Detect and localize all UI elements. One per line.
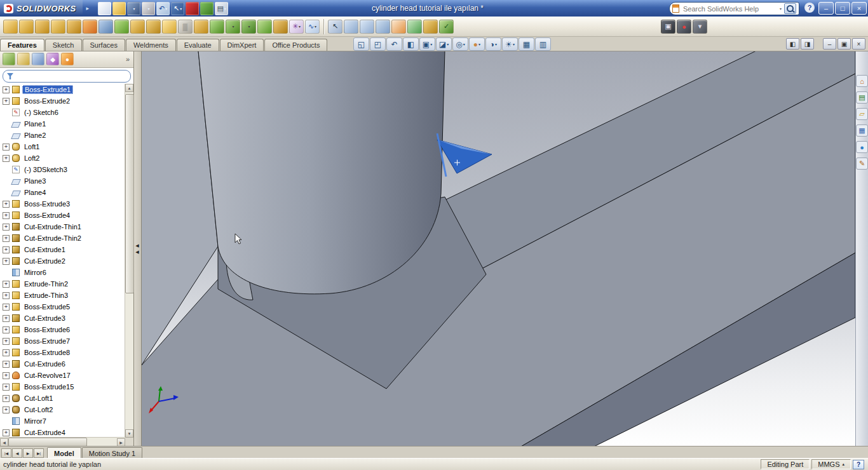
expand-toggle[interactable]: + bbox=[3, 338, 10, 345]
expand-toggle[interactable]: + bbox=[3, 395, 10, 402]
capture-options-button[interactable]: ▾ bbox=[693, 20, 707, 34]
select-caret-icon[interactable]: ▾ bbox=[180, 6, 182, 11]
tree-item[interactable]: +Boss-Extrude2 bbox=[0, 95, 125, 107]
search-button[interactable] bbox=[784, 3, 796, 14]
tab-weldments[interactable]: Weldments bbox=[126, 39, 176, 51]
curves-button[interactable]: ▾ bbox=[241, 20, 256, 34]
panel-splitter[interactable]: ◀ ◀ bbox=[133, 51, 142, 446]
edrawings-button[interactable] bbox=[391, 20, 406, 34]
toolbox-button[interactable] bbox=[423, 20, 438, 34]
camera-button[interactable]: ▦ bbox=[519, 37, 534, 51]
apply-scene-caret-icon[interactable]: ▾ bbox=[495, 42, 497, 46]
tab-nav-button-0[interactable]: |◀ bbox=[1, 448, 11, 458]
expand-toggle[interactable]: + bbox=[3, 315, 10, 322]
tab-nav-button-3[interactable]: ▶| bbox=[34, 448, 44, 458]
panel-toggle-button[interactable]: ◨ bbox=[801, 38, 814, 50]
expand-toggle[interactable]: + bbox=[3, 292, 10, 299]
tab-evaluate[interactable]: Evaluate bbox=[177, 39, 219, 51]
tree-item[interactable]: +Cut-Revolve17 bbox=[0, 370, 125, 381]
scroll-left-button[interactable]: ◀ bbox=[0, 438, 8, 446]
restore-doc-button[interactable]: ▣ bbox=[837, 38, 851, 50]
tab-nav-button-1[interactable]: ◀ bbox=[12, 448, 22, 458]
displaymanager-tab[interactable]: ● bbox=[61, 53, 74, 65]
undo-button[interactable]: ↶▾ bbox=[156, 2, 170, 15]
revolved-boss-button[interactable] bbox=[35, 20, 50, 34]
expand-toggle[interactable]: + bbox=[3, 212, 10, 219]
custom-properties-tab[interactable]: ✎ bbox=[856, 158, 868, 170]
section-properties-button[interactable] bbox=[376, 20, 390, 34]
tab-features[interactable]: Features bbox=[0, 39, 44, 51]
close-doc-button[interactable]: × bbox=[852, 38, 865, 50]
rebuild-button[interactable] bbox=[186, 2, 199, 15]
scroll-thumb[interactable] bbox=[8, 438, 87, 446]
compare-button[interactable]: ▥ bbox=[535, 37, 551, 51]
fillet-button[interactable] bbox=[83, 20, 97, 34]
collapse-panel-icon[interactable]: ◀ bbox=[135, 243, 139, 248]
draft-button[interactable] bbox=[146, 20, 161, 34]
expand-toggle[interactable]: + bbox=[3, 144, 10, 151]
tree-item[interactable]: +Boss-Extrude6 bbox=[0, 324, 125, 335]
tree-item[interactable]: +Boss-Extrude5 bbox=[0, 301, 125, 312]
reference-geometry-caret-icon[interactable]: ▾ bbox=[232, 24, 234, 29]
hide-show-items-button[interactable]: ◎▾ bbox=[452, 37, 468, 51]
tab-motion-study-1[interactable]: Motion Study 1 bbox=[82, 447, 142, 459]
expand-toggle[interactable]: + bbox=[3, 326, 10, 333]
close-button[interactable]: × bbox=[851, 2, 867, 15]
shell-button[interactable] bbox=[114, 20, 129, 34]
3d-content-central-button[interactable] bbox=[407, 20, 422, 34]
view-settings-button[interactable]: ☀▾ bbox=[502, 37, 518, 51]
file-properties-caret-icon[interactable]: ▾ bbox=[224, 6, 226, 11]
collapse-panel-icon[interactable]: ◀ bbox=[135, 250, 139, 255]
tree-item[interactable]: +Extrude-Thin2 bbox=[0, 278, 125, 290]
expand-toggle[interactable]: + bbox=[3, 429, 10, 436]
expand-toggle[interactable]: + bbox=[3, 304, 10, 311]
rib-button[interactable] bbox=[130, 20, 145, 34]
tree-item[interactable]: +Loft2 bbox=[0, 152, 125, 164]
select-button[interactable]: ↖▾ bbox=[171, 2, 184, 15]
dimxpertmanager-tab[interactable]: ◆ bbox=[46, 53, 59, 65]
print-caret-icon[interactable]: ▾ bbox=[148, 6, 150, 11]
tree-item[interactable]: +Cut-Extrude2 bbox=[0, 255, 125, 267]
record-video-button[interactable]: ● bbox=[677, 20, 691, 34]
measure-button[interactable] bbox=[344, 20, 358, 34]
quick-tips-button[interactable]: ? bbox=[853, 460, 864, 469]
new-button[interactable] bbox=[98, 2, 111, 15]
tree-item[interactable]: +Boss-Extrude4 bbox=[0, 210, 125, 221]
save-caret-icon[interactable]: ▾ bbox=[133, 6, 135, 11]
tab-sketch[interactable]: Sketch bbox=[45, 39, 82, 51]
open-button[interactable] bbox=[112, 2, 126, 15]
expand-toggle[interactable]: + bbox=[3, 235, 10, 242]
tab-office-products[interactable]: Office Products bbox=[264, 39, 327, 51]
tree-item[interactable]: +Cut-Extrude-Thin2 bbox=[0, 232, 125, 244]
screen-capture-button[interactable]: ▣ bbox=[661, 20, 675, 34]
tree-item[interactable]: +Loft1 bbox=[0, 141, 125, 152]
swept-boss-button[interactable] bbox=[51, 20, 65, 34]
search-input[interactable] bbox=[682, 4, 776, 13]
tree-item[interactable]: +✎(-) 3DSketch3 bbox=[0, 164, 125, 175]
chamfer-button[interactable] bbox=[98, 20, 113, 34]
featuremanager-tab[interactable] bbox=[3, 53, 15, 65]
select-tool-button[interactable]: ↖ bbox=[328, 20, 342, 34]
display-style-button[interactable]: ◪▾ bbox=[436, 37, 452, 51]
tree-item[interactable]: +Plane3 bbox=[0, 175, 125, 187]
expand-toggle[interactable]: + bbox=[3, 155, 10, 162]
tree-item[interactable]: +Extrude-Thin3 bbox=[0, 290, 125, 301]
minimize-button[interactable]: – bbox=[818, 2, 834, 15]
menu-expand-button[interactable]: ▸ bbox=[86, 5, 90, 11]
tab-nav-button-2[interactable]: ▶ bbox=[23, 448, 33, 458]
scroll-up-button[interactable]: ▲ bbox=[125, 84, 133, 92]
expand-toggle[interactable]: + bbox=[3, 224, 10, 231]
tree-item[interactable]: +Boss-Extrude3 bbox=[0, 198, 125, 210]
propertymanager-tab[interactable] bbox=[17, 53, 30, 65]
view-orientation-caret-icon[interactable]: ▾ bbox=[430, 42, 432, 46]
new-sketch-button[interactable] bbox=[3, 20, 18, 34]
view-settings-caret-icon[interactable]: ▾ bbox=[513, 42, 515, 46]
tree-item[interactable]: +Mirror6 bbox=[0, 267, 125, 278]
instant3d-button[interactable] bbox=[257, 20, 272, 34]
search-scope-caret-icon[interactable]: ▾ bbox=[780, 6, 782, 11]
minimize-doc-button[interactable]: – bbox=[823, 38, 836, 50]
expand-toggle[interactable]: + bbox=[3, 246, 10, 253]
save-button[interactable]: ▾ bbox=[127, 2, 140, 15]
expand-toggle[interactable]: + bbox=[3, 258, 10, 265]
expand-toggle[interactable]: + bbox=[3, 361, 10, 368]
